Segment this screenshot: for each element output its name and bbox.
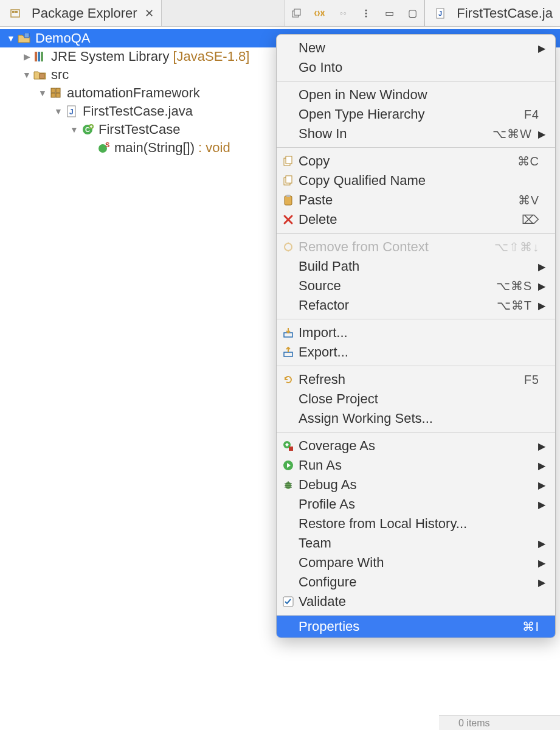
- svg-text:S: S: [105, 142, 109, 148]
- svg-point-32: [285, 243, 292, 251]
- validate-icon: [282, 595, 295, 608]
- submenu-arrow-icon: ▶: [538, 43, 545, 54]
- paste-icon: [282, 193, 295, 207]
- menu-import[interactable]: Import...: [277, 323, 555, 342]
- submenu-arrow-icon: ▶: [538, 499, 545, 510]
- tree-qualifier: [JavaSE-1.8]: [173, 49, 249, 64]
- remove-context-icon: [282, 240, 295, 254]
- svg-text:J: J: [69, 108, 74, 116]
- tree-label: automationFramework: [67, 85, 200, 101]
- menu-open-type-hierarchy[interactable]: Open Type Hierarchy F4: [277, 105, 555, 124]
- svg-rect-16: [56, 88, 60, 92]
- menu-assign-working-sets[interactable]: Assign Working Sets...: [277, 409, 555, 428]
- source-folder-icon: [33, 68, 47, 82]
- library-icon: [33, 49, 47, 64]
- expand-toggle-icon[interactable]: ▼: [54, 106, 63, 116]
- java-file-icon: J: [64, 104, 79, 119]
- menu-copy-qualified-name[interactable]: Copy Qualified Name: [277, 171, 555, 190]
- coverage-icon: [282, 439, 295, 453]
- package-explorer-tab-label: Package Explorer: [32, 5, 137, 21]
- close-icon[interactable]: ✕: [145, 7, 154, 20]
- package-explorer-tab[interactable]: Package Explorer ✕: [0, 0, 162, 26]
- expand-toggle-icon[interactable]: ▶: [22, 52, 32, 61]
- menu-validate[interactable]: Validate: [277, 592, 555, 611]
- view-toolbar: ◦◦ ▭ ▢: [285, 0, 424, 26]
- menu-coverage-as[interactable]: Coverage As ▶: [277, 436, 555, 456]
- tree-label: FirstTestCase.java: [83, 103, 193, 119]
- menu-run-as[interactable]: Run As ▶: [277, 456, 555, 475]
- view-menu-icon[interactable]: [361, 8, 372, 19]
- refresh-icon: [282, 373, 295, 386]
- svg-rect-34: [284, 352, 292, 356]
- svg-rect-36: [289, 447, 293, 451]
- editor-tab[interactable]: J FirstTestCase.ja: [424, 0, 560, 26]
- menu-profile-as[interactable]: Profile As ▶: [277, 495, 555, 514]
- tree-label: DemoQA: [35, 30, 90, 46]
- expand-toggle-icon[interactable]: ▼: [38, 88, 47, 98]
- menu-paste[interactable]: Paste ⌘V: [277, 190, 555, 210]
- menu-export[interactable]: Export...: [277, 342, 555, 362]
- collapse-all-icon[interactable]: [291, 8, 302, 19]
- svg-rect-17: [51, 93, 55, 97]
- submenu-arrow-icon: ▶: [538, 538, 545, 549]
- menu-properties[interactable]: Properties ⌘I: [277, 616, 555, 638]
- java-file-icon: J: [434, 6, 448, 21]
- tree-label: src: [51, 67, 69, 83]
- link-editor-icon[interactable]: [314, 8, 325, 19]
- menu-restore-history[interactable]: Restore from Local History...: [277, 514, 555, 534]
- svg-rect-29: [286, 176, 292, 183]
- svg-rect-10: [24, 33, 29, 38]
- svg-rect-30: [285, 196, 292, 205]
- svg-rect-27: [286, 156, 292, 164]
- expand-toggle-icon[interactable]: ▼: [22, 70, 32, 80]
- menu-debug-as[interactable]: Debug As ▶: [277, 475, 555, 495]
- status-bar: 0 items: [439, 715, 560, 730]
- tab-spacer: [162, 0, 285, 26]
- context-menu: New ▶ Go Into Open in New Window Open Ty…: [276, 34, 556, 638]
- submenu-arrow-icon: ▶: [538, 128, 545, 140]
- export-icon: [282, 346, 295, 359]
- svg-rect-4: [294, 9, 300, 15]
- menu-open-new-window[interactable]: Open in New Window: [277, 85, 555, 105]
- maximize-icon[interactable]: ▢: [407, 8, 418, 19]
- submenu-arrow-icon: ▶: [538, 300, 545, 311]
- menu-build-path[interactable]: Build Path ▶: [277, 257, 555, 276]
- menu-compare-with[interactable]: Compare With ▶: [277, 553, 555, 572]
- menu-go-into[interactable]: Go Into: [277, 58, 555, 77]
- submenu-arrow-icon: ▶: [538, 261, 545, 273]
- menu-source[interactable]: Source ⌥⌘S ▶: [277, 276, 555, 296]
- delete-icon: [282, 213, 295, 226]
- submenu-arrow-icon: ▶: [538, 557, 545, 569]
- submenu-arrow-icon: ▶: [538, 577, 545, 588]
- menu-remove-from-context: Remove from Context ⌥⇧⌘↓: [277, 237, 555, 257]
- expand-toggle-icon[interactable]: ▼: [6, 33, 16, 43]
- package-explorer-icon: [9, 6, 23, 21]
- svg-point-7: [365, 15, 367, 17]
- menu-refresh[interactable]: Refresh F5: [277, 370, 555, 389]
- focus-icon[interactable]: ◦◦: [337, 8, 348, 19]
- menu-close-project[interactable]: Close Project: [277, 389, 555, 409]
- submenu-arrow-icon: ▶: [538, 479, 545, 491]
- menu-copy[interactable]: Copy ⌘C: [277, 151, 555, 171]
- editor-tab-label: FirstTestCase.ja: [457, 5, 553, 21]
- menu-team[interactable]: Team ▶: [277, 534, 555, 553]
- menu-refactor[interactable]: Refactor ⌥⌘T ▶: [277, 296, 555, 315]
- submenu-arrow-icon: ▶: [538, 460, 545, 471]
- copy-icon: [282, 155, 295, 168]
- project-icon: [17, 31, 32, 46]
- expand-toggle-icon[interactable]: ▼: [69, 125, 79, 134]
- tree-label: JRE System Library: [51, 49, 169, 64]
- menu-delete[interactable]: Delete ⌦: [277, 210, 555, 229]
- svg-point-5: [365, 9, 367, 11]
- copy-qualified-icon: [282, 174, 295, 187]
- tree-return-type: : void: [198, 140, 230, 156]
- minimize-icon[interactable]: ▭: [384, 8, 395, 19]
- menu-configure[interactable]: Configure ▶: [277, 572, 555, 592]
- svg-rect-13: [41, 52, 43, 61]
- status-text: 0 items: [458, 718, 490, 729]
- svg-rect-12: [38, 52, 40, 61]
- class-icon: C: [80, 122, 95, 137]
- menu-new[interactable]: New ▶: [277, 38, 555, 58]
- svg-rect-14: [40, 74, 44, 78]
- menu-show-in[interactable]: Show In ⌥⌘W ▶: [277, 124, 555, 144]
